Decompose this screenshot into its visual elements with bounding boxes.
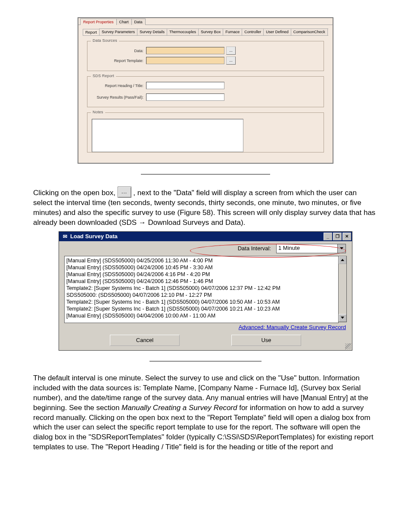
legend-notes: Notes — [91, 110, 105, 114]
chevron-down-icon[interactable] — [337, 244, 346, 253]
cancel-button[interactable]: Cancel — [110, 335, 180, 346]
fieldset-data-sources: Data Sources Data: ... Report Template: … — [87, 41, 324, 71]
tab-report[interactable]: Report — [83, 29, 100, 36]
tab-comparison-check[interactable]: ComparisonCheck — [291, 28, 328, 35]
advanced-link[interactable]: Advanced: Manually Create Survey Record — [239, 324, 346, 330]
tab-survey-details[interactable]: Survey Details — [137, 28, 167, 35]
legend-sds-report: SDS Report — [91, 74, 116, 78]
tab-report-properties[interactable]: Report Properties — [80, 19, 117, 25]
list-item[interactable]: [Manual Entry] (SDS505000) 04/24/2006 12… — [66, 278, 336, 285]
label-data: Data: — [92, 49, 146, 53]
tab-comparison-check2[interactable]: ComparisonCheck2 — [327, 28, 328, 35]
data-interval-value: 1 Minute — [277, 244, 337, 253]
paragraph-2: The default interval is one minute. Sele… — [33, 373, 378, 453]
divider — [149, 361, 262, 361]
tab-furnace[interactable]: Furnace — [223, 28, 242, 35]
scroll-track[interactable] — [339, 264, 346, 314]
data-interval-label: Data Interval: — [238, 245, 271, 252]
report-properties-panel: Report Properties Chart Data Report Surv… — [78, 17, 333, 164]
browse-data-button[interactable]: ... — [226, 47, 236, 55]
data-interval-select[interactable]: 1 Minute — [276, 244, 346, 253]
list-item[interactable]: [Manual Entry] (SDS505000) 04/04/2006 10… — [66, 312, 336, 319]
paragraph-2-italic: Manually Creating a Survey Record — [121, 404, 239, 412]
tab-user-defined[interactable]: User Defined — [263, 28, 291, 35]
tab-chart[interactable]: Chart — [116, 19, 132, 25]
maximize-button[interactable]: ❐ — [333, 233, 342, 240]
paragraph-1: Clicking on the open box, , next to the … — [33, 187, 378, 228]
list-item[interactable]: [Manual Entry] (SDS505000) 04/25/2006 11… — [66, 257, 336, 264]
fieldset-sds-report: SDS Report Report Heading / Title: Surve… — [87, 76, 324, 107]
tab-data[interactable]: Data — [131, 19, 146, 25]
close-button[interactable]: ✕ — [342, 233, 351, 240]
list-item[interactable]: [Manual Entry] (SDS505000) 04/24/2006 10… — [66, 264, 336, 271]
label-report-template: Report Template: — [92, 59, 146, 63]
list-item[interactable]: Template2: [Super Systems Inc - Batch 1]… — [66, 305, 336, 312]
open-box-icon — [118, 187, 131, 198]
load-survey-data-dialog: ✉ Load Survey Data _ ❐ ✕ Data Interval: … — [59, 231, 352, 351]
scrollbar[interactable] — [339, 256, 347, 322]
paragraph-1-a: Clicking on the open box, — [33, 189, 118, 197]
list-item[interactable]: Template2: [Super Systems Inc - Batch 1]… — [66, 299, 336, 305]
tab-thermocouples[interactable]: Thermocouples — [167, 28, 199, 35]
scroll-down-icon[interactable] — [339, 314, 346, 322]
field-report-template[interactable] — [146, 57, 224, 64]
list-item[interactable]: Template2: [Super Systems Inc - Batch 1]… — [66, 285, 336, 292]
field-report-heading[interactable] — [146, 82, 224, 89]
list-item[interactable]: SDS505000: (SDS505000) 04/07/2006 12:10 … — [66, 292, 336, 299]
field-data[interactable] — [146, 47, 224, 54]
tab-controller[interactable]: Controller — [242, 28, 264, 35]
label-survey-results: Survey Results (Pass/Fail): — [92, 95, 146, 100]
divider — [141, 174, 270, 174]
outer-tab-strip: Report Properties Chart Data — [78, 18, 333, 25]
notes-textarea[interactable] — [92, 119, 243, 152]
inner-tab-strip: Report Survey Parameters Survey Details … — [83, 28, 328, 36]
label-report-heading: Report Heading / Title: — [92, 84, 146, 88]
resize-grip-icon[interactable] — [345, 343, 351, 349]
tab-survey-box[interactable]: Survey Box — [198, 28, 223, 35]
scroll-up-icon[interactable] — [339, 256, 346, 264]
tab-survey-parameters[interactable]: Survey Parameters — [99, 28, 137, 35]
browse-template-button[interactable]: ... — [226, 56, 236, 65]
titlebar: ✉ Load Survey Data _ ❐ ✕ — [59, 232, 352, 241]
use-button[interactable]: Use — [231, 335, 301, 346]
fieldset-notes: Notes — [87, 112, 324, 152]
titlebar-title: Load Survey Data — [70, 233, 323, 240]
app-icon: ✉ — [62, 233, 68, 240]
legend-data-sources: Data Sources — [91, 38, 119, 43]
field-survey-results[interactable] — [146, 93, 224, 101]
survey-listbox[interactable]: [Manual Entry] (SDS505000) 04/25/2006 11… — [64, 256, 339, 323]
list-item[interactable]: [Manual Entry] (SDS505000) 04/24/2006 4:… — [66, 271, 336, 278]
minimize-button[interactable]: _ — [324, 233, 332, 240]
